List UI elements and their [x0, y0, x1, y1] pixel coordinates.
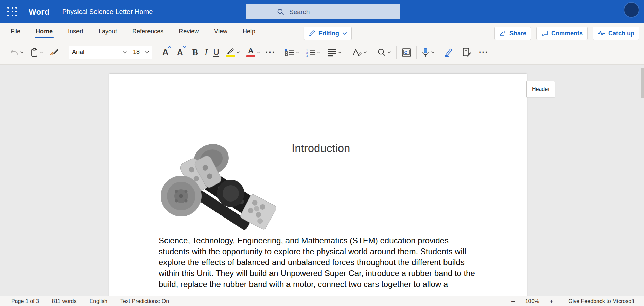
undo-icon	[10, 48, 19, 57]
divider	[416, 46, 417, 59]
italic-button[interactable]: I	[203, 45, 209, 60]
language-indicator[interactable]: English	[89, 298, 107, 304]
text-cursor	[290, 140, 290, 156]
more-toolbar-options-button[interactable]: ···	[477, 45, 490, 60]
page-count[interactable]: Page 1 of 3	[11, 298, 39, 304]
catch-up-icon	[597, 30, 606, 37]
text-predictions-toggle[interactable]: Text Predictions: On	[120, 298, 169, 304]
chevron-down-icon	[342, 32, 347, 35]
dictate-button[interactable]	[420, 45, 437, 60]
editing-mode-button[interactable]: Editing	[304, 27, 352, 40]
grow-font-button[interactable]: A	[160, 45, 170, 60]
status-bar: Page 1 of 3 811 words English Text Predi…	[0, 296, 644, 306]
caret-down-icon	[182, 46, 187, 48]
immersive-reader-button[interactable]	[400, 45, 413, 60]
account-avatar[interactable]	[624, 2, 639, 18]
highlight-color-swatch	[226, 55, 235, 57]
search-input[interactable]	[289, 8, 384, 16]
font-color-swatch	[246, 55, 255, 57]
grow-font-letter: A	[162, 48, 168, 57]
tab-view[interactable]: View	[211, 25, 230, 39]
document-heading[interactable]: Introduction	[292, 142, 350, 155]
chevron-down-icon	[236, 51, 240, 54]
find-icon	[377, 48, 386, 57]
microphone-icon	[421, 48, 430, 57]
share-icon	[499, 30, 507, 37]
bold-button[interactable]: B	[191, 45, 200, 60]
document-paragraph[interactable]: Science, Technology, Engineering, and Ma…	[159, 235, 480, 290]
comments-icon	[541, 30, 549, 37]
tab-layout[interactable]: Layout	[95, 25, 120, 39]
alignment-button[interactable]	[325, 45, 344, 60]
search-bar[interactable]	[246, 4, 400, 19]
zoom-out-button[interactable]: −	[511, 297, 515, 305]
tab-references[interactable]: References	[129, 25, 167, 39]
translate-document-icon	[462, 48, 472, 57]
translate-button[interactable]	[460, 45, 473, 60]
word-count[interactable]: 811 words	[52, 298, 77, 304]
paragraph-line: build, replace the rubber band with a mo…	[159, 279, 480, 290]
zoom-level[interactable]: 100%	[525, 298, 539, 304]
app-launcher-icon[interactable]	[7, 7, 18, 17]
chevron-down-icon	[363, 51, 367, 54]
shrink-font-button[interactable]: A	[175, 45, 185, 60]
undo-button[interactable]	[8, 45, 26, 60]
align-text-icon	[327, 48, 336, 57]
font-color-button[interactable]: A	[245, 45, 262, 60]
share-button[interactable]: Share	[494, 27, 531, 40]
editor-pen-icon	[443, 48, 453, 57]
chevron-down-icon	[431, 51, 435, 54]
document-image-robot-car[interactable]	[160, 138, 283, 231]
tab-home[interactable]: Home	[33, 25, 56, 39]
font-name-value: Arial	[72, 49, 84, 56]
bullet-list-icon	[285, 48, 294, 57]
catch-up-button[interactable]: Catch up	[593, 27, 639, 40]
document-canvas: Header	[0, 65, 644, 296]
tab-file[interactable]: File	[7, 25, 23, 39]
chevron-down-icon	[144, 51, 149, 54]
editor-button[interactable]	[441, 45, 455, 60]
editing-mode-label: Editing	[318, 30, 339, 37]
tab-review[interactable]: Review	[176, 25, 202, 39]
comments-label: Comments	[551, 30, 583, 37]
numbered-list-icon: 123	[306, 48, 315, 57]
format-painter-button[interactable]	[48, 45, 60, 60]
font-size-select[interactable]: 18	[130, 46, 152, 59]
feedback-link[interactable]: Give Feedback to Microsoft	[568, 298, 634, 304]
find-button[interactable]	[376, 45, 393, 60]
paragraph-line: students with the opportunity to explore…	[159, 246, 480, 257]
pencil-icon	[309, 30, 315, 37]
more-font-options-button[interactable]: ···	[264, 45, 277, 60]
app-name: Word	[29, 7, 50, 17]
caret-up-icon	[168, 46, 172, 48]
shrink-font-letter: A	[177, 48, 183, 57]
font-color-letter: A	[248, 47, 254, 55]
divider	[280, 46, 280, 59]
chevron-down-icon	[316, 51, 321, 54]
styles-button[interactable]	[350, 45, 369, 60]
paragraph-line: within this Unit. They will build an Unp…	[159, 268, 480, 279]
paste-button[interactable]	[29, 45, 46, 60]
font-size-value: 18	[133, 49, 140, 56]
underline-button[interactable]: U	[212, 45, 220, 60]
header-button[interactable]: Header	[526, 81, 555, 97]
tab-help[interactable]: Help	[240, 25, 258, 39]
document-title[interactable]: Physical Science Letter Home	[62, 8, 153, 16]
immersive-reader-icon	[401, 48, 412, 57]
home-ribbon-toolbar: Arial 18 A A B I U A ··· 123	[0, 40, 644, 65]
zoom-in-button[interactable]: +	[550, 297, 554, 305]
font-name-select[interactable]: Arial	[69, 46, 130, 59]
chevron-down-icon	[337, 51, 342, 54]
search-icon	[277, 8, 284, 15]
vertical-scrollbar[interactable]	[641, 68, 644, 98]
tab-insert[interactable]: Insert	[65, 25, 86, 39]
numbering-button[interactable]: 123	[304, 45, 323, 60]
catch-up-label: Catch up	[608, 30, 634, 37]
highlight-color-button[interactable]	[224, 45, 242, 60]
paragraph-line: Science, Technology, Engineering, and Ma…	[159, 235, 480, 246]
bullets-button[interactable]	[283, 45, 301, 60]
divider	[396, 46, 397, 59]
chevron-down-icon	[256, 51, 261, 54]
svg-text:3: 3	[306, 54, 308, 57]
comments-button[interactable]: Comments	[536, 27, 588, 40]
